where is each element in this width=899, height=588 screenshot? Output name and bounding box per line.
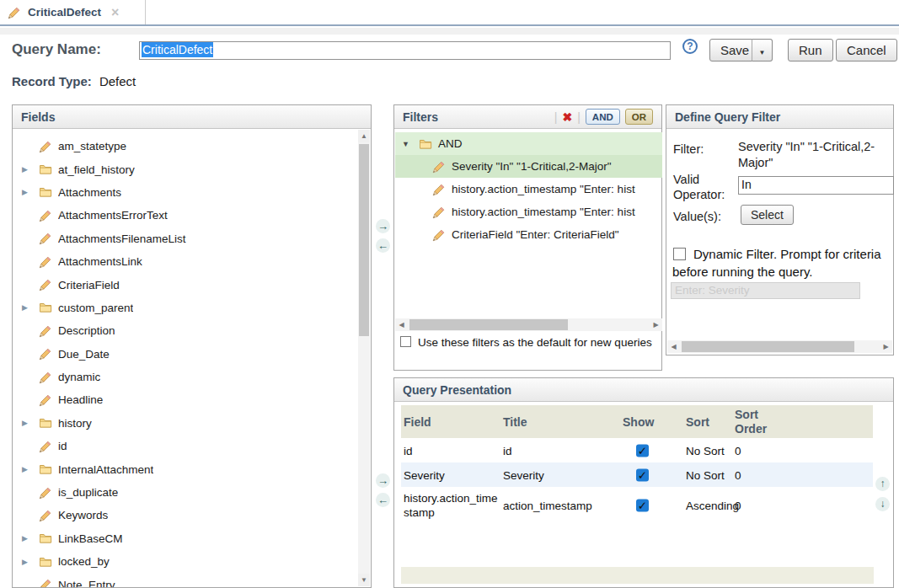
folder-icon <box>39 416 52 430</box>
remove-column-arrow-icon[interactable]: ← <box>376 493 390 507</box>
query-editor-window: CriticalDefect × Query Name: CriticalDef… <box>0 0 899 588</box>
tab-criticaldefect[interactable]: CriticalDefect × <box>0 0 146 24</box>
operator-input[interactable]: In <box>738 176 894 195</box>
expand-icon[interactable]: ▶ <box>22 303 39 312</box>
filters-hscrollbar-thumb[interactable] <box>409 319 568 330</box>
define-hscrollbar-thumb[interactable] <box>682 341 854 352</box>
filter-and-group[interactable]: ▼ AND <box>395 132 662 155</box>
folder-icon <box>419 137 432 151</box>
field-item[interactable]: AttachmentsFilenameList <box>13 227 357 250</box>
scroll-right-icon[interactable]: ▶ <box>650 318 662 331</box>
pencil-icon <box>39 232 52 245</box>
or-operator-button[interactable]: OR <box>625 109 653 125</box>
field-folder-item[interactable]: ▶InternalAttachment <box>13 457 357 480</box>
pencil-icon <box>432 183 446 196</box>
field-item[interactable]: id <box>13 435 357 457</box>
field-item[interactable]: Note_Entry <box>13 573 357 587</box>
expand-icon[interactable]: ▶ <box>22 165 39 174</box>
scroll-right-icon[interactable]: ▶ <box>880 340 892 353</box>
move-up-arrow-icon[interactable]: ↑ <box>875 477 890 491</box>
add-filter-arrow-icon[interactable]: → <box>376 219 390 233</box>
filter-item[interactable]: history.action_timestamp "Enter: hist <box>395 200 662 223</box>
field-item[interactable]: am_statetype <box>13 135 357 158</box>
query-name-input[interactable]: CriticalDefect <box>139 41 671 60</box>
pencil-icon <box>39 509 52 522</box>
save-dropdown-button[interactable] <box>752 39 773 61</box>
scroll-left-icon[interactable]: ◀ <box>395 318 408 331</box>
field-folder-item[interactable]: ▶LinkBaseCM <box>13 527 357 550</box>
pencil-icon <box>432 206 446 219</box>
show-checkbox[interactable] <box>636 499 649 511</box>
pencil-icon <box>39 324 52 338</box>
filter-item[interactable]: CriteriaField "Enter: CriteriaField" <box>395 223 662 246</box>
expand-icon[interactable]: ▶ <box>22 558 39 566</box>
collapse-icon[interactable]: ▼ <box>402 140 419 148</box>
folder-icon <box>39 163 52 176</box>
cancel-button[interactable]: Cancel <box>836 39 897 61</box>
field-item[interactable]: Due_Date <box>13 343 357 366</box>
pencil-icon <box>39 440 52 453</box>
scroll-up-icon[interactable]: ▲ <box>358 130 370 142</box>
filters-tree: ▼ AND Severity "In" "1-Critical,2-Major"… <box>395 130 662 318</box>
show-checkbox[interactable] <box>636 444 649 457</box>
prompt-text-input-disabled: Enter: Severity <box>671 282 860 299</box>
query-name-label: Query Name: <box>12 41 101 58</box>
table-row[interactable]: Severity Severity No Sort 0 <box>401 462 873 487</box>
pencil-icon <box>39 255 52 269</box>
run-button[interactable]: Run <box>788 39 833 61</box>
help-icon[interactable]: ? <box>682 39 698 54</box>
filter-item-selected[interactable]: Severity "In" "1-Critical,2-Major" <box>395 155 662 178</box>
filter-item[interactable]: history.action_timestamp "Enter: hist <box>395 178 662 200</box>
define-panel-title: Define Query Filter <box>675 110 780 124</box>
expand-icon[interactable]: ▶ <box>22 419 39 427</box>
expand-icon[interactable]: ▶ <box>22 465 39 473</box>
field-item[interactable]: Headline <box>13 388 357 411</box>
field-item[interactable]: is_duplicate <box>13 481 357 504</box>
filters-hscrollbar[interactable]: ◀ ▶ <box>395 318 662 331</box>
tab-title: CriticalDefect <box>28 6 101 19</box>
save-button[interactable]: Save <box>709 39 752 61</box>
field-item[interactable]: Description <box>13 319 357 342</box>
tab-close-icon[interactable]: × <box>111 7 119 19</box>
define-panel-header: Define Query Filter <box>666 105 893 129</box>
and-operator-button[interactable]: AND <box>586 109 620 125</box>
field-folder-item[interactable]: ▶custom_parent <box>13 297 357 319</box>
expand-icon[interactable]: ▶ <box>22 188 39 196</box>
field-item[interactable]: dynamic <box>13 366 357 388</box>
folder-icon <box>39 555 52 569</box>
delete-filter-icon[interactable]: ✖ <box>562 110 572 124</box>
table-row[interactable]: id id No Sort 0 <box>401 438 873 462</box>
expand-icon[interactable]: ▶ <box>22 534 39 543</box>
pencil-icon <box>39 578 52 587</box>
column-header-field: Field <box>404 414 498 429</box>
record-type-value: Defect <box>99 74 136 88</box>
fields-tree: am_statetype ▶at_field_history ▶Attachme… <box>13 130 357 587</box>
field-item[interactable]: Keywords <box>13 504 357 527</box>
move-down-arrow-icon[interactable]: ↓ <box>875 497 890 511</box>
field-folder-item[interactable]: ▶at_field_history <box>13 158 357 180</box>
field-item[interactable]: AttachmentsErrorText <box>13 204 357 227</box>
values-label: Value(s): <box>673 210 721 223</box>
add-column-arrow-icon[interactable]: → <box>376 473 390 488</box>
remove-filter-arrow-icon[interactable]: ← <box>376 238 390 253</box>
dynamic-filter-checkbox[interactable] <box>673 248 686 260</box>
default-filters-checkbox[interactable] <box>400 336 411 347</box>
select-values-button[interactable]: Select <box>741 205 794 225</box>
define-hscrollbar[interactable]: ◀ ▶ <box>667 340 892 353</box>
field-folder-item[interactable]: ▶locked_by <box>13 550 357 573</box>
pencil-icon <box>39 486 52 500</box>
scroll-left-icon[interactable]: ◀ <box>667 340 680 353</box>
field-folder-item[interactable]: ▶Attachments <box>13 181 357 204</box>
field-item[interactable]: AttachmentsLink <box>13 250 357 273</box>
field-item[interactable]: CriteriaField <box>13 273 357 296</box>
field-folder-item[interactable]: ▶history <box>13 412 357 435</box>
show-checkbox[interactable] <box>636 468 649 481</box>
record-type: Record Type: Defect <box>12 74 136 88</box>
fields-scrollbar[interactable]: ▲ ▼ <box>358 130 370 586</box>
pencil-icon <box>39 140 52 153</box>
scroll-down-icon[interactable]: ▼ <box>358 574 370 586</box>
fields-scrollbar-thumb[interactable] <box>359 144 369 336</box>
pencil-icon <box>432 228 446 242</box>
column-header-title: Title <box>503 415 614 429</box>
table-row[interactable]: history.action_timestamp action_timestam… <box>401 487 873 523</box>
